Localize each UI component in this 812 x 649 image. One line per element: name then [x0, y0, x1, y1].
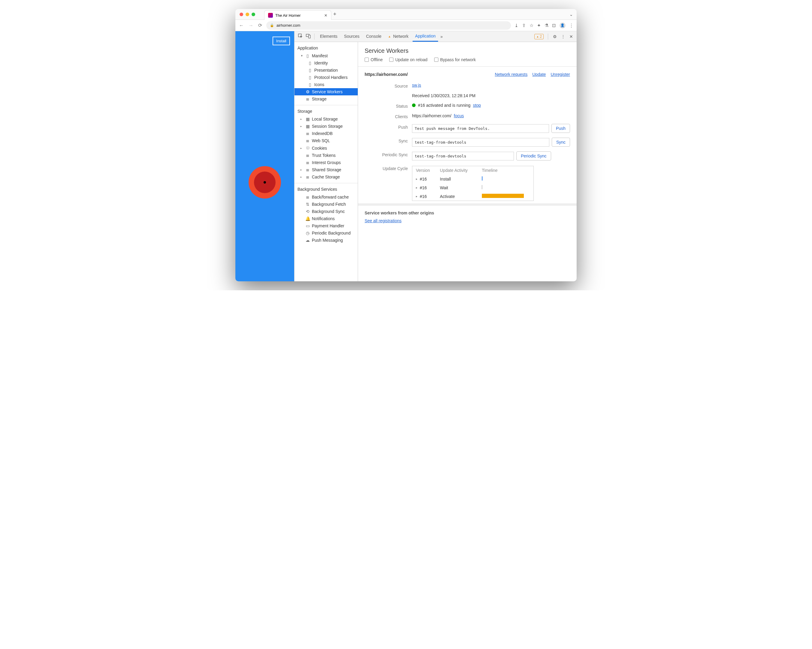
cookie-icon: ⦾ [305, 145, 310, 151]
sidebar-item-indexeddb[interactable]: ≣IndexedDB [295, 130, 358, 137]
table-row[interactable]: #16 Activate [412, 192, 533, 201]
table-row[interactable]: #16 Wait [412, 183, 533, 192]
tab-elements[interactable]: Elements [317, 32, 340, 41]
sidebar-item-manifest[interactable]: ▼▯Manifest [295, 52, 358, 60]
maximize-window-icon[interactable] [252, 12, 255, 16]
minimize-window-icon[interactable] [246, 12, 249, 16]
table-row[interactable]: #16 Install [412, 174, 533, 183]
sync-button[interactable]: Sync [552, 137, 570, 147]
device-toolbar-icon[interactable] [305, 34, 311, 39]
push-button[interactable]: Push [551, 124, 570, 133]
periodic-sync-input[interactable] [412, 152, 514, 160]
sidebar-item-bfcache[interactable]: ≣Back/forward cache [295, 194, 358, 201]
status-running-icon [412, 104, 415, 107]
profile-avatar[interactable]: 👤 [560, 23, 566, 29]
settings-icon[interactable]: ⚙ [553, 34, 557, 39]
tab-application[interactable]: Application [413, 32, 438, 42]
titlebar: The Air Horner ✕ + ⌄ [235, 9, 577, 20]
timeline-bar-icon [482, 194, 524, 198]
sw-focus-link[interactable]: focus [454, 113, 464, 118]
devtools-panel: Elements Sources Console Network Applica… [294, 31, 577, 281]
sidebar-item-identity[interactable]: ▯Identity [295, 60, 358, 67]
more-tabs-icon[interactable]: » [440, 34, 444, 39]
close-devtools-icon[interactable]: ✕ [569, 34, 574, 39]
sidebar-item-websql[interactable]: ≣Web SQL [295, 137, 358, 144]
sidebar-item-shared-storage[interactable]: ▸≣Shared Storage [295, 166, 358, 173]
offline-checkbox[interactable]: Offline [365, 57, 383, 62]
tab-network[interactable]: Network [386, 32, 411, 41]
url-text: airhorner.com [276, 23, 300, 27]
sw-source-file-link[interactable]: sw.js [412, 83, 421, 87]
cloud-icon: ☁ [305, 238, 310, 243]
sidebar-item-local-storage[interactable]: ▸▦Local Storage [295, 116, 358, 123]
document-icon: ▯ [305, 53, 310, 58]
panel-title: Service Workers [358, 42, 577, 57]
sidebar-item-interest-groups[interactable]: ≣Interest Groups [295, 159, 358, 166]
devtools-icon[interactable]: ⊡ [552, 23, 556, 28]
table-icon: ▦ [305, 124, 310, 129]
database-icon: ≣ [305, 96, 310, 101]
airhorn-button[interactable] [249, 166, 281, 199]
share-icon[interactable]: ⇪ [522, 23, 526, 28]
install-button[interactable]: Install [273, 37, 290, 45]
extensions-icon[interactable]: ✦ [537, 23, 541, 28]
close-tab-icon[interactable]: ✕ [324, 13, 327, 18]
update-link[interactable]: Update [532, 72, 546, 77]
sidebar-item-background-sync[interactable]: ⟲Background Sync [295, 208, 358, 215]
labs-icon[interactable]: ⚗ [545, 23, 548, 28]
unregister-link[interactable]: Unregister [551, 72, 570, 77]
network-requests-link[interactable]: Network requests [495, 72, 527, 77]
sidebar-item-periodic-background[interactable]: ◷Periodic Background [295, 229, 358, 237]
sidebar-item-protocol-handlers[interactable]: ▯Protocol Handlers [295, 74, 358, 81]
tab-console[interactable]: Console [364, 32, 384, 41]
sw-periodic-sync-row: Periodic Sync Periodic Sync [358, 149, 577, 163]
push-input[interactable] [412, 124, 549, 133]
devtools-body: Application ▼▯Manifest ▯Identity ▯Presen… [295, 42, 577, 281]
sidebar-item-background-fetch[interactable]: ⇅Background Fetch [295, 201, 358, 208]
sidebar-item-trust-tokens[interactable]: ≣Trust Tokens [295, 152, 358, 159]
browser-tab[interactable]: The Air Horner ✕ [264, 10, 331, 20]
sidebar-item-cookies[interactable]: ▸⦾Cookies [295, 144, 358, 152]
sw-stop-link[interactable]: stop [473, 103, 481, 108]
bookmark-icon[interactable]: ☆ [530, 23, 533, 28]
menu-icon[interactable]: ⋮ [569, 23, 574, 28]
install-app-icon[interactable]: ⤓ [514, 23, 519, 28]
close-window-icon[interactable] [240, 12, 243, 16]
toolbar-actions: ⤓ ⇪ ☆ ✦ ⚗ ⊡ 👤 ⋮ [514, 23, 574, 29]
tab-sources[interactable]: Sources [342, 32, 362, 41]
airhorn-inner [254, 171, 276, 193]
database-icon: ≣ [305, 174, 310, 179]
sidebar-item-presentation[interactable]: ▯Presentation [295, 67, 358, 74]
airhorn-center-icon [264, 181, 266, 183]
sidebar-group-application: Application [295, 42, 358, 52]
sidebar-item-push-messaging[interactable]: ☁Push Messaging [295, 237, 358, 244]
tab-list-chevron-icon[interactable]: ⌄ [569, 12, 573, 17]
address-bar[interactable]: 🔒 airhorner.com [266, 21, 511, 30]
bypass-network-checkbox[interactable]: Bypass for network [434, 57, 476, 62]
database-icon: ≣ [305, 131, 310, 136]
sidebar-item-service-workers[interactable]: ⚙Service Workers [295, 88, 358, 95]
sidebar-group-storage: Storage [295, 105, 358, 116]
sidebar-item-icons[interactable]: ▯Icons [295, 81, 358, 88]
back-button[interactable]: ← [238, 23, 244, 28]
sidebar-item-cache-storage[interactable]: ▸≣Cache Storage [295, 173, 358, 180]
update-on-reload-checkbox[interactable]: Update on reload [389, 57, 427, 62]
periodic-sync-button[interactable]: Periodic Sync [516, 151, 551, 160]
warnings-badge[interactable]: 2 [534, 34, 543, 39]
toolbar: ← → ⟳ 🔒 airhorner.com ⤓ ⇪ ☆ ✦ ⚗ ⊡ 👤 ⋮ [235, 20, 577, 31]
sidebar-item-payment-handler[interactable]: ▭Payment Handler [295, 222, 358, 229]
sidebar-item-storage[interactable]: ≣Storage [295, 95, 358, 102]
see-all-registrations-link[interactable]: See all registrations [365, 218, 401, 223]
col-version: Version [416, 168, 440, 173]
kebab-menu-icon[interactable]: ⋮ [560, 34, 566, 39]
sw-clients-row: Clients https://airhorner.com/ focus [358, 111, 577, 121]
reload-button[interactable]: ⟳ [258, 23, 263, 28]
database-icon: ≣ [305, 195, 310, 199]
new-tab-button[interactable]: + [331, 11, 339, 17]
inspect-element-icon[interactable] [298, 34, 304, 39]
sidebar-item-session-storage[interactable]: ▸▦Session Storage [295, 123, 358, 130]
sync-input[interactable] [412, 138, 549, 147]
sidebar-item-notifications[interactable]: 🔔Notifications [295, 215, 358, 222]
forward-button[interactable]: → [248, 23, 254, 28]
other-origins-title: Service workers from other origins [365, 211, 570, 215]
